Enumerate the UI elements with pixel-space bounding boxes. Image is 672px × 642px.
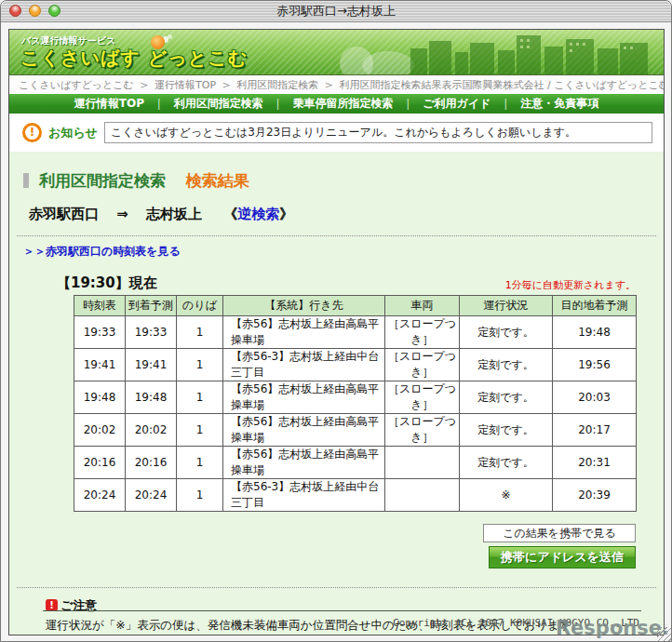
cell-status: 定刻です。 bbox=[460, 349, 553, 381]
cell-timetable: 20:16 bbox=[74, 447, 126, 479]
cell-vehicle bbox=[385, 479, 460, 512]
cell-destination: 【赤56】志村坂上経由高島平操車場 bbox=[223, 316, 385, 349]
cell-status: 定刻です。 bbox=[460, 447, 553, 479]
table-row: 20:16 20:16 1 【赤56】志村坂上経由高島平操車場 定刻です。 20… bbox=[74, 447, 637, 479]
cell-platform: 1 bbox=[177, 349, 223, 381]
city-skyline-graphic bbox=[329, 30, 664, 74]
page-title: 利用区間指定検索 検索結果 bbox=[23, 170, 664, 192]
nav-item-stop-search[interactable]: 乗車停留所指定検索 bbox=[293, 96, 394, 112]
copyright-text: Copyright (C) 2007 KOKUSAI KOGYO CO.,LTD bbox=[9, 617, 639, 629]
main-nav: 運行情報TOP ｜ 利用区間指定検索 ｜ 乗車停留所指定検索 ｜ ご利用ガイド … bbox=[9, 94, 664, 114]
browser-window: 赤羽駅西口→志村坂上 bbox=[0, 0, 672, 642]
route-arrow-icon: ⇒ bbox=[116, 206, 128, 222]
cell-dest-forecast: 19:48 bbox=[553, 316, 637, 349]
page-title-sub: 検索結果 bbox=[186, 171, 249, 190]
cell-destination: 【赤56-3】志村坂上経由中台三丁目 bbox=[223, 479, 385, 512]
cell-platform: 1 bbox=[177, 447, 223, 479]
departure-table: 時刻表 到着予測 のりば 【系統】行き先 車両 運行状況 目的地着予測 19:3… bbox=[74, 295, 637, 512]
cell-platform: 1 bbox=[177, 479, 223, 512]
cell-vehicle: ［スロープつき］ bbox=[385, 316, 460, 349]
cell-status: 定刻です。 bbox=[460, 414, 553, 447]
response-watermark: Response. bbox=[556, 617, 669, 639]
table-row: 19:33 19:33 1 【赤56】志村坂上経由高島平操車場 ［スロープつき］… bbox=[74, 316, 637, 349]
cell-status: 定刻です。 bbox=[460, 381, 553, 414]
nav-separator: ｜ bbox=[273, 96, 284, 112]
col-header-timetable: 時刻表 bbox=[74, 296, 126, 316]
cell-arrival: 19:48 bbox=[126, 381, 177, 414]
reverse-search-link[interactable]: 逆検索 bbox=[237, 206, 279, 222]
page-content: バス運行情報サービス こくさいばす どっとこむ こくさいばすどっとこむ > 運行… bbox=[8, 29, 665, 635]
cell-timetable: 19:41 bbox=[74, 349, 126, 381]
mobile-actions: この結果を携帯で見る 携帯にアドレスを送信 bbox=[9, 524, 636, 568]
col-header-platform: のりば bbox=[177, 296, 223, 316]
auto-update-note: 1分毎に自動更新されます。 bbox=[505, 278, 636, 292]
breadcrumb-separator: > bbox=[140, 79, 148, 91]
col-header-status: 運行状況 bbox=[460, 296, 553, 316]
table-row: 20:02 20:02 1 【赤56】志村坂上経由高島平操車場 ［スロープつき］… bbox=[74, 414, 637, 447]
cell-destination: 【赤56】志村坂上経由高島平操車場 bbox=[223, 414, 385, 447]
send-address-to-mobile-button[interactable]: 携帯にアドレスを送信 bbox=[489, 546, 636, 568]
breadcrumb-item-search[interactable]: 利用区間指定検索 bbox=[236, 79, 318, 91]
stop-timetable-link[interactable]: ＞＞赤羽駅西口の時刻表を見る bbox=[23, 244, 181, 260]
site-banner: バス運行情報サービス こくさいばす どっとこむ bbox=[9, 30, 664, 75]
cell-arrival: 20:02 bbox=[126, 414, 177, 447]
col-header-vehicle: 車両 bbox=[385, 296, 460, 316]
cell-vehicle: ［スロープつき］ bbox=[385, 381, 460, 414]
route-from: 赤羽駅西口 bbox=[29, 206, 99, 222]
cell-destination: 【赤56】志村坂上経由高島平操車場 bbox=[223, 447, 385, 479]
title-marker-decoration bbox=[23, 173, 29, 188]
cell-vehicle bbox=[385, 447, 460, 479]
breadcrumb-separator: > bbox=[325, 79, 333, 91]
notice-row: ! お知らせ こくさいばすどっとこむは3月23日よりリニューアル。これからもよろ… bbox=[9, 114, 664, 152]
nav-separator: ｜ bbox=[154, 96, 165, 112]
cell-arrival: 19:41 bbox=[126, 349, 177, 381]
close-button-icon[interactable] bbox=[9, 5, 21, 17]
breadcrumb-item-current: 利用区間指定検索結果表示 bbox=[340, 79, 463, 91]
cell-timetable: 20:24 bbox=[74, 479, 126, 512]
breadcrumb: こくさいばすどっとこむ > 運行情報TOP > 利用区間指定検索 > 利用区間指… bbox=[19, 78, 463, 92]
cell-arrival: 19:33 bbox=[126, 316, 177, 349]
site-logo[interactable]: こくさいばす どっとこむ bbox=[20, 46, 248, 71]
nav-item-disclaimer[interactable]: 注意・免責事項 bbox=[520, 96, 598, 112]
caution-line: 当該停留所の時刻表に対し、現在の時刻から60分以内に通過する予定のダイヤを表示し… bbox=[46, 635, 636, 635]
cell-arrival: 20:16 bbox=[126, 447, 177, 479]
notice-text-box: こくさいばすどっとこむは3月23日よりリニューアル。これからもよろしくお願いしま… bbox=[104, 122, 652, 143]
nav-separator: ｜ bbox=[403, 96, 414, 112]
current-time-row: 【19:30】現在 1分毎に自動更新されます。 bbox=[57, 274, 636, 292]
reverse-bracket-open: 《 bbox=[223, 206, 237, 222]
col-header-route-destination: 【系統】行き先 bbox=[223, 296, 385, 316]
cell-dest-forecast: 19:56 bbox=[553, 349, 637, 381]
nav-item-top[interactable]: 運行情報TOP bbox=[74, 96, 144, 112]
cell-timetable: 19:33 bbox=[74, 316, 126, 349]
company-name: 国際興業株式会社 / こくさいばすどっとこむ bbox=[463, 78, 665, 92]
col-header-arrival-forecast: 到着予測 bbox=[126, 296, 177, 316]
cell-dest-forecast: 20:31 bbox=[553, 447, 637, 479]
resize-handle-icon[interactable] bbox=[657, 627, 671, 641]
reverse-search: 《逆検索》 bbox=[223, 206, 293, 222]
notice-label: お知らせ bbox=[48, 125, 98, 141]
breadcrumb-item-home[interactable]: こくさいばすどっとこむ bbox=[19, 79, 134, 91]
minimize-button-icon[interactable] bbox=[29, 5, 41, 17]
page-title-main: 利用区間指定検索 bbox=[39, 171, 166, 190]
cell-dest-forecast: 20:03 bbox=[553, 381, 637, 414]
current-time-label: 【19:30】現在 bbox=[57, 274, 157, 292]
cell-status: ※ bbox=[460, 479, 553, 512]
nav-item-guide[interactable]: ご利用ガイド bbox=[423, 96, 491, 112]
window-titlebar[interactable]: 赤羽駅西口→志村坂上 bbox=[1, 1, 671, 22]
cell-platform: 1 bbox=[177, 316, 223, 349]
results-section: 利用区間指定検索 検索結果 赤羽駅西口 ⇒ 志村坂上 《逆検索》 ＞＞赤羽駅西口… bbox=[9, 170, 664, 635]
breadcrumb-item-top[interactable]: 運行情報TOP bbox=[155, 79, 216, 91]
reverse-bracket-close: 》 bbox=[279, 206, 293, 222]
cell-vehicle: ［スロープつき］ bbox=[385, 414, 460, 447]
nav-item-section-search[interactable]: 利用区間指定検索 bbox=[174, 96, 263, 112]
window-title: 赤羽駅西口→志村坂上 bbox=[1, 1, 671, 21]
cell-status: 定刻です。 bbox=[460, 316, 553, 349]
route-to: 志村坂上 bbox=[146, 206, 202, 222]
nav-separator: ｜ bbox=[500, 96, 511, 112]
view-on-mobile-button[interactable]: この結果を携帯で見る bbox=[483, 524, 636, 542]
cell-platform: 1 bbox=[177, 414, 223, 447]
cell-destination: 【赤56-3】志村坂上経由中台三丁目 bbox=[223, 349, 385, 381]
zoom-button-icon[interactable] bbox=[48, 5, 60, 17]
table-header-row: 時刻表 到着予測 のりば 【系統】行き先 車両 運行状況 目的地着予測 bbox=[74, 296, 637, 316]
cell-arrival: 20:24 bbox=[126, 479, 177, 512]
